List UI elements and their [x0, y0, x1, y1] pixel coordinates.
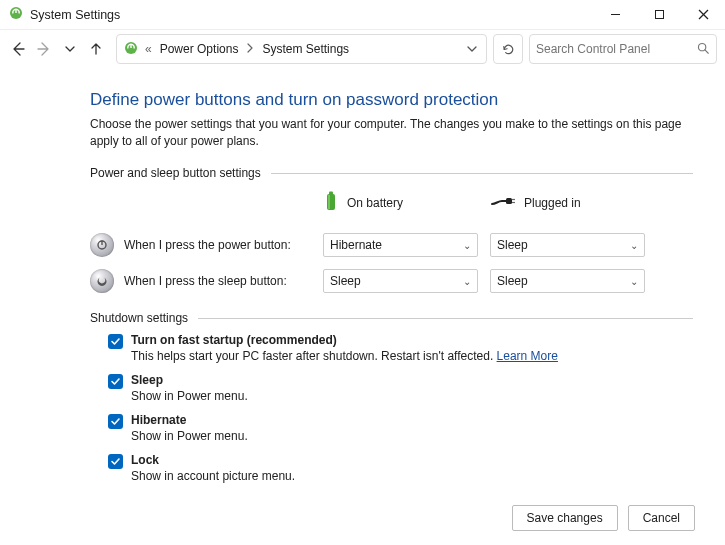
search-box[interactable] — [529, 34, 717, 64]
row-label-text: When I press the sleep button: — [124, 274, 287, 288]
forward-button[interactable] — [36, 41, 52, 57]
item-title: Turn on fast startup (recommended) — [131, 333, 558, 347]
power-section-header: Power and sleep button settings — [90, 166, 693, 180]
item-description: This helps start your PC faster after sh… — [131, 349, 558, 363]
svg-line-9 — [705, 49, 708, 52]
main-content: Define power buttons and turn on passwor… — [0, 74, 725, 483]
breadcrumb-item[interactable]: System Settings — [262, 42, 349, 56]
sleep-button-battery-select[interactable]: Sleep ⌄ — [323, 269, 478, 293]
chevron-right-icon — [246, 42, 254, 56]
cancel-button[interactable]: Cancel — [628, 505, 695, 531]
learn-more-link[interactable]: Learn More — [497, 349, 558, 363]
chevron-down-icon: ⌄ — [630, 240, 638, 251]
checkbox[interactable] — [108, 374, 123, 389]
search-input[interactable] — [536, 42, 690, 56]
shutdown-section-header: Shutdown settings — [90, 311, 693, 325]
row-label-text: When I press the power button: — [124, 238, 291, 252]
checkbox[interactable] — [108, 334, 123, 349]
breadcrumb-item[interactable]: Power Options — [160, 42, 239, 56]
item-title: Lock — [131, 453, 295, 467]
item-title: Hibernate — [131, 413, 248, 427]
sleep-row-label: When I press the sleep button: — [90, 269, 311, 293]
window-controls — [593, 0, 725, 30]
footer: Save changes Cancel — [0, 497, 725, 545]
power-button-icon — [90, 233, 114, 257]
divider — [198, 318, 693, 319]
chevron-down-icon: ⌄ — [630, 276, 638, 287]
select-value: Sleep — [497, 274, 528, 288]
shutdown-item-lock: Lock Show in account picture menu. — [108, 453, 693, 483]
titlebar: System Settings — [0, 0, 725, 30]
page-title: Define power buttons and turn on passwor… — [90, 90, 693, 110]
item-description: Show in account picture menu. — [131, 469, 295, 483]
nav-row: « Power Options System Settings — [0, 30, 725, 74]
item-description: Show in Power menu. — [131, 429, 248, 443]
breadcrumb: « Power Options System Settings — [145, 42, 458, 56]
shutdown-item-sleep: Sleep Show in Power menu. — [108, 373, 693, 403]
select-value: Sleep — [330, 274, 361, 288]
plug-icon — [490, 194, 516, 211]
power-button-plugged-select[interactable]: Sleep ⌄ — [490, 233, 645, 257]
select-value: Sleep — [497, 238, 528, 252]
divider — [271, 173, 693, 174]
column-label: On battery — [347, 196, 403, 210]
refresh-button[interactable] — [493, 34, 523, 64]
svg-rect-13 — [506, 198, 512, 204]
sleep-button-plugged-select[interactable]: Sleep ⌄ — [490, 269, 645, 293]
column-header-plugged: Plugged in — [490, 190, 645, 217]
window-title: System Settings — [30, 8, 120, 22]
breadcrumb-root-chevron[interactable]: « — [145, 42, 152, 56]
maximize-button[interactable] — [637, 0, 681, 30]
checkbox[interactable] — [108, 454, 123, 469]
address-dropdown[interactable] — [464, 41, 480, 57]
power-grid: On battery Plugged in When I press the p… — [90, 186, 693, 293]
item-description: Show in Power menu. — [131, 389, 248, 403]
item-title: Sleep — [131, 373, 248, 387]
chevron-down-icon: ⌄ — [463, 240, 471, 251]
power-row-label: When I press the power button: — [90, 233, 311, 257]
select-value: Hibernate — [330, 238, 382, 252]
minimize-button[interactable] — [593, 0, 637, 30]
power-button-battery-select[interactable]: Hibernate ⌄ — [323, 233, 478, 257]
column-label: Plugged in — [524, 196, 581, 210]
search-icon — [696, 41, 710, 58]
section-label: Power and sleep button settings — [90, 166, 261, 180]
address-icon — [123, 40, 139, 59]
checkbox[interactable] — [108, 414, 123, 429]
address-bar[interactable]: « Power Options System Settings — [116, 34, 487, 64]
page-description: Choose the power settings that you want … — [90, 116, 693, 150]
svg-rect-3 — [655, 11, 663, 19]
app-icon — [8, 5, 24, 24]
battery-icon — [323, 190, 339, 215]
recent-dropdown[interactable] — [62, 41, 78, 57]
shutdown-list: Turn on fast startup (recommended) This … — [90, 333, 693, 483]
svg-rect-11 — [329, 192, 333, 195]
shutdown-item-fast-startup: Turn on fast startup (recommended) This … — [108, 333, 693, 363]
close-button[interactable] — [681, 0, 725, 30]
chevron-down-icon: ⌄ — [463, 276, 471, 287]
up-button[interactable] — [88, 41, 104, 57]
shutdown-item-hibernate: Hibernate Show in Power menu. — [108, 413, 693, 443]
save-button[interactable]: Save changes — [512, 505, 618, 531]
back-button[interactable] — [10, 41, 26, 57]
section-label: Shutdown settings — [90, 311, 188, 325]
svg-rect-12 — [328, 195, 330, 209]
column-header-battery: On battery — [323, 186, 478, 221]
sleep-button-icon — [90, 269, 114, 293]
